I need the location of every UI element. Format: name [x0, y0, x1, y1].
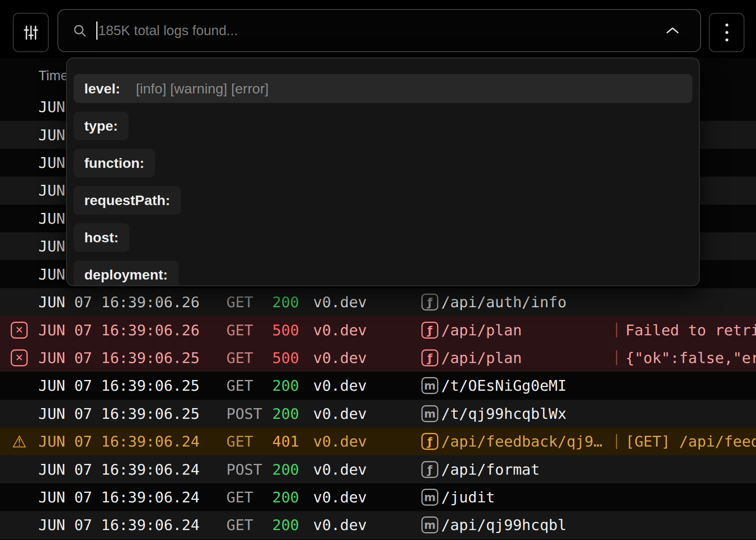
- log-message: Failed to retrieve billing: [616, 322, 756, 339]
- log-status-code: 200: [272, 516, 313, 533]
- log-request-path: /api/plan: [441, 322, 616, 339]
- function-icon: ƒ: [421, 322, 438, 339]
- log-status-code: 200: [272, 461, 313, 478]
- log-request-path: /api/qj99hcqbl: [441, 516, 616, 533]
- search-icon: [72, 23, 87, 38]
- log-method: GET: [226, 516, 272, 533]
- log-time: JUN 07 16:39:06.24: [38, 461, 226, 478]
- search-suggestions-dropdown: level: [info] [warning] [error] type: fu…: [66, 57, 700, 286]
- middleware-icon: m: [421, 516, 438, 533]
- middleware-icon: m: [421, 489, 438, 506]
- suggestion-item[interactable]: level: [info] [warning] [error]: [74, 74, 692, 103]
- search-input[interactable]: 185K total logs found...: [57, 9, 701, 52]
- log-list: JUN 07 16:39:06.26 GET 200 v0.dev ƒ /api…: [0, 288, 756, 539]
- log-status-code: 401: [272, 433, 313, 450]
- log-time: JUN 07 16:39:06.25: [38, 377, 226, 394]
- log-request-path: /t/qj99hcqblWx: [441, 405, 616, 422]
- log-row[interactable]: JUN 07 16:39:06.24 GET 200 v0.dev m /api…: [0, 511, 756, 539]
- toolbar: 185K total logs found...: [0, 0, 756, 58]
- log-request-path: /api/plan: [441, 349, 616, 366]
- search-placeholder: 185K total logs found...: [98, 23, 238, 38]
- log-time: JUN 07 16:39:06.25: [38, 405, 226, 422]
- log-request-path: /api/auth/info: [441, 294, 616, 311]
- level-status-icon: [12, 432, 27, 451]
- log-method: POST: [226, 405, 272, 422]
- log-message: {"ok":false,"error":{"messa: [616, 349, 756, 366]
- log-method: GET: [226, 433, 272, 450]
- log-request-path: /judit: [441, 489, 616, 506]
- suggestion-item[interactable]: deployment:: [74, 260, 692, 286]
- log-method: GET: [226, 322, 272, 339]
- log-method: GET: [226, 489, 272, 506]
- suggestion-item[interactable]: host:: [74, 223, 692, 252]
- log-request-path: /api/format: [441, 461, 616, 478]
- log-time: JUN 07 16:39:06.24: [38, 433, 226, 450]
- kebab-menu-icon: [725, 24, 728, 41]
- filter-button[interactable]: [13, 13, 49, 52]
- suggestion-label: type:: [74, 112, 128, 140]
- function-icon: ƒ: [421, 433, 438, 450]
- suggestion-item[interactable]: function:: [74, 148, 692, 177]
- suggestion-item[interactable]: requestPath:: [74, 186, 692, 215]
- suggestion-label: function:: [74, 149, 155, 177]
- chevron-up-icon: [665, 26, 680, 36]
- log-host: v0.dev: [313, 377, 418, 394]
- log-method: GET: [226, 377, 272, 394]
- function-icon: ƒ: [421, 294, 438, 311]
- suggestion-label: level:: [84, 81, 120, 97]
- log-status-code: 200: [272, 294, 313, 311]
- level-status-icon: [11, 349, 28, 366]
- log-row[interactable]: JUN 07 16:39:06.25 POST 200 v0.dev m /t/…: [0, 400, 756, 428]
- log-method: POST: [226, 461, 272, 478]
- suggestion-item[interactable]: type:: [74, 111, 692, 140]
- log-request-path: /api/feedback/qj9…: [441, 433, 616, 450]
- log-time: JUN 07 16:39:06.24: [38, 516, 226, 533]
- log-row[interactable]: JUN 07 16:39:06.24 GET 200 v0.dev m /jud…: [0, 483, 756, 511]
- suggestion-label: deployment:: [74, 260, 178, 287]
- overflow-menu-button[interactable]: [709, 13, 744, 52]
- log-time: JUN 07 16:39:06.26: [38, 294, 226, 311]
- column-header-time: Time: [38, 68, 68, 84]
- log-message: [GET] /api/feedback/qj99hcq: [616, 433, 756, 450]
- log-time: JUN 07 16:39:06.25: [38, 349, 226, 366]
- log-row[interactable]: JUN 07 16:39:06.25 GET 500 v0.dev ƒ /api…: [0, 344, 756, 372]
- suggestion-hint: [info] [warning] [error]: [136, 81, 269, 97]
- message-divider: [616, 434, 617, 449]
- log-status-code: 200: [272, 489, 313, 506]
- level-status-icon: [11, 322, 28, 339]
- log-time: JUN 07 16:39:06.24: [38, 489, 226, 506]
- log-status-code: 200: [272, 405, 313, 422]
- function-icon: ƒ: [421, 461, 438, 478]
- log-method: GET: [226, 294, 272, 311]
- log-request-path: /t/OEsNiGg0eMI: [441, 377, 616, 394]
- log-status-code: 200: [272, 377, 313, 394]
- log-row[interactable]: JUN 07 16:39:06.25 GET 200 v0.dev m /t/O…: [0, 372, 756, 399]
- log-host: v0.dev: [313, 322, 418, 339]
- suggestion-label: requestPath:: [74, 186, 181, 215]
- log-host: v0.dev: [313, 294, 418, 311]
- log-host: v0.dev: [313, 461, 418, 478]
- middleware-icon: m: [421, 377, 438, 394]
- function-icon: ƒ: [421, 349, 438, 366]
- middleware-icon: m: [421, 405, 438, 422]
- log-time: JUN 07 16:39:06.26: [38, 322, 226, 339]
- log-status-code: 500: [272, 349, 313, 366]
- message-divider: [616, 350, 617, 365]
- log-row[interactable]: JUN 07 16:39:06.24 POST 200 v0.dev ƒ /ap…: [0, 455, 756, 483]
- log-status-code: 500: [272, 322, 313, 339]
- message-divider: [616, 323, 617, 337]
- log-row[interactable]: JUN 07 16:39:06.26 GET 500 v0.dev ƒ /api…: [0, 316, 756, 344]
- log-host: v0.dev: [313, 405, 418, 422]
- log-row[interactable]: JUN 07 16:39:06.26 GET 200 v0.dev ƒ /api…: [0, 288, 756, 316]
- text-caret: [96, 22, 97, 40]
- log-host: v0.dev: [313, 489, 418, 506]
- log-row[interactable]: JUN 07 16:39:06.24 GET 401 v0.dev ƒ /api…: [0, 428, 756, 455]
- sliders-icon: [22, 24, 40, 42]
- log-host: v0.dev: [313, 349, 418, 366]
- collapse-suggestions-button[interactable]: [659, 22, 686, 40]
- log-host: v0.dev: [313, 433, 418, 450]
- suggestion-label: host:: [74, 223, 129, 252]
- log-host: v0.dev: [313, 516, 418, 533]
- log-method: GET: [226, 349, 272, 366]
